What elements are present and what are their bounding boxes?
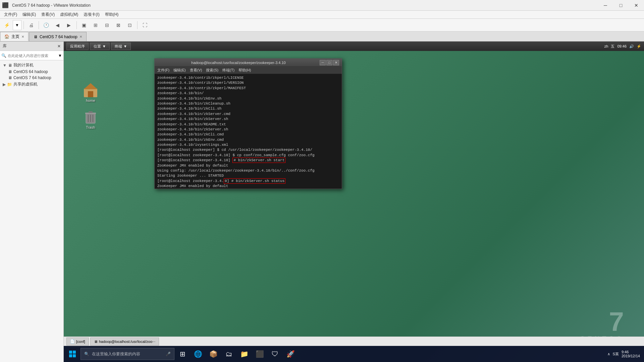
taskbar-systray[interactable]: ∧ [607, 352, 610, 356]
menu-file[interactable]: 文件(F) [1, 11, 20, 18]
taskbar-app2[interactable]: 🗂 [221, 347, 236, 361]
search-dropdown-icon[interactable]: ▼ [58, 53, 62, 58]
terminal-menu-file[interactable]: 文件(F) [157, 68, 169, 73]
computer-icon: 🖥 [8, 63, 12, 68]
svg-rect-11 [69, 354, 72, 357]
tree-vm-1[interactable]: 🖥 CentOS 64 hadoop [0, 69, 63, 75]
toolbar-btn-vm4[interactable]: ⊠ [113, 20, 124, 30]
toolbar-btn-back[interactable]: ◀ [52, 20, 63, 30]
toolbar-btn-vm3[interactable]: ⊟ [102, 20, 112, 30]
home-tab-icon: 🏠 [4, 34, 9, 39]
desktop-icon-trash[interactable]: Trash [77, 109, 104, 129]
terminal-minimize-btn[interactable]: ─ [320, 60, 326, 65]
home-icon-label: home [86, 99, 95, 103]
taskbar-app-terminal[interactable]: 🖥 hadoop@localhost:/usr/local/zoo··· [90, 338, 159, 346]
vm2-icon: 🖥 [8, 75, 12, 80]
trash-icon [83, 109, 99, 125]
terminal-menu-view[interactable]: 查看(V) [190, 68, 202, 73]
sidebar-close[interactable]: ✕ [57, 44, 61, 49]
toolbar-btn-history[interactable]: 🕐 [41, 20, 52, 30]
maximize-button[interactable]: □ [613, 0, 629, 11]
tree-shared[interactable]: ▶ 📁 共享的虚拟机 [0, 81, 63, 88]
taskbar-app4[interactable]: ⬛ [252, 347, 267, 361]
sidebar-search[interactable]: 🔍 ▼ [0, 51, 63, 60]
close-button[interactable]: ✕ [629, 0, 644, 11]
toolbar-btn-fwd[interactable]: ▶ [64, 20, 74, 30]
svg-rect-12 [73, 354, 76, 357]
toolbar-btn-vm1[interactable]: ▣ [79, 20, 90, 30]
taskbar-app1[interactable]: 📦 [206, 347, 221, 361]
centos-volume-icon[interactable]: 🔊 [629, 44, 634, 49]
taskbar-app6[interactable]: 🚀 [283, 347, 298, 361]
svg-rect-5 [89, 111, 93, 113]
toolbar-dropdown[interactable]: ▼ [13, 20, 21, 30]
terminal-highlight-1: # bin/zkServer.sh start [232, 158, 285, 163]
vmware-icon: ⬛ [0, 0, 11, 11]
centos-lang[interactable]: zh [604, 44, 608, 48]
toolbar-btn-vm2[interactable]: ⊞ [90, 20, 101, 30]
tab-home[interactable]: 🏠 主页 ✕ [0, 32, 29, 41]
terminal-menu-edit[interactable]: 编辑(E) [173, 68, 186, 73]
terminal-window[interactable]: hadoop@localhost:/usr/local/zookeeper/zo… [154, 58, 342, 189]
taskbar-mic-icon[interactable]: 🎤 [166, 352, 171, 356]
tab-vm[interactable]: 🖥 CentOS 7 64 hadoop ✕ [29, 32, 87, 41]
centos-location-btn[interactable]: 位置 ▼ [90, 43, 110, 50]
taskbar-task-view[interactable]: ⊞ [175, 347, 190, 361]
taskbar-search-icon: 🔍 [84, 352, 89, 356]
terminal-menu-search[interactable]: 搜索(S) [206, 68, 218, 73]
search-input[interactable] [8, 54, 57, 58]
taskbar-chrome[interactable]: 🌐 [191, 347, 205, 361]
sidebar-tree: ▼ 🖥 我的计算机 🖥 CentOS 64 hadoop 🖥 CentOS 7 … [0, 60, 63, 362]
toolbar-btn-2[interactable]: 🖨 [26, 20, 37, 30]
centos-time: 09:46 [617, 44, 627, 48]
tab-vm-close[interactable]: ✕ [79, 35, 82, 39]
toolbar-btn-fullscreen[interactable]: ⛶ [140, 20, 150, 30]
centos-power-icon[interactable]: ⚡ [637, 44, 641, 49]
centos-apps-btn[interactable]: 应用程序 [66, 43, 89, 50]
centos-terminal-btn[interactable]: 终端 ▼ [111, 43, 131, 50]
tree-my-computer[interactable]: ▼ 🖥 我的计算机 [0, 62, 63, 69]
taskbar-app3[interactable]: 📁 [237, 347, 252, 361]
sidebar: 库 ✕ 🔍 ▼ ▼ 🖥 我的计算机 🖥 CentOS 64 hadoop [0, 42, 64, 362]
terminal-line-12: zookeeper-3.4.10/bin/zkCli.cmd [157, 132, 339, 137]
taskbar-clock: 9:46 2019/12/14 [622, 350, 640, 358]
menu-edit[interactable]: 编辑(E) [20, 11, 39, 18]
taskbar-app-terminal-icon: 🖥 [94, 340, 98, 344]
minimize-button[interactable]: ─ [598, 0, 613, 11]
centos-location-label: 位置 [94, 44, 101, 49]
taskbar-app-conf-icon: 📄 [70, 339, 75, 344]
vmware-menubar: 文件(F) 编辑(E) 查看(V) 虚拟机(M) 选项卡(I) 帮助(H) [0, 11, 644, 19]
taskbar-app-conf[interactable]: 📄 [conf] [66, 338, 89, 346]
taskbar-start-button[interactable] [65, 347, 80, 361]
app-wrapper: ⬛ CentOS 7 64 hadoop - VMware Workstatio… [0, 0, 644, 362]
terminal-maximize-btn[interactable]: □ [326, 60, 332, 65]
terminal-config1: Using config: /usr/local/zookeeper/zooke… [157, 168, 339, 173]
terminal-menu-terminal[interactable]: 终端(T) [222, 68, 234, 73]
vmware-titlebar: ⬛ CentOS 7 64 hadoop - VMware Workstatio… [0, 0, 644, 11]
toolbar-sep-4 [137, 21, 138, 29]
tree-shared-label: 共享的虚拟机 [13, 81, 38, 87]
menu-help[interactable]: 帮助(H) [102, 11, 121, 18]
terminal-menu-help[interactable]: 帮助(H) [238, 68, 251, 73]
tab-vm-label: CentOS 7 64 hadoop [40, 35, 77, 39]
vmware-title: CentOS 7 64 hadoop - VMware Workstation [11, 3, 598, 8]
menu-vm[interactable]: 虚拟机(M) [57, 11, 81, 18]
tab-home-close[interactable]: ✕ [21, 35, 24, 39]
terminal-jmx2: ZooKeeper JMX enabled by default [157, 184, 339, 189]
vm-taskbar-apps: 📄 [conf] 🖥 hadoop@localhost:/usr/local/z… [64, 337, 644, 346]
menu-view[interactable]: 查看(V) [39, 11, 57, 18]
taskbar-app5[interactable]: 🛡 [268, 347, 282, 361]
terminal-close-btn[interactable]: ✕ [333, 60, 339, 65]
taskbar-time: 9:46 [622, 350, 629, 354]
terminal-line-11: zookeeper-3.4.10/bin/zkServer.sh [157, 127, 339, 132]
tree-vm-2[interactable]: 🖥 CentOS 7 64 hadoop [0, 75, 63, 81]
menu-tabs[interactable]: 选项卡(I) [81, 11, 102, 18]
desktop-icon-home[interactable]: home [77, 82, 104, 103]
taskbar-app-conf-label: [conf] [76, 340, 85, 344]
terminal-line-10: zookeeper-3.4.10/bin/README.txt [157, 122, 339, 127]
taskbar-search-box[interactable]: 🔍 在这里输入你要搜索的内容 🎤 [80, 348, 174, 360]
tree-arrow: ▼ [3, 63, 7, 68]
taskbar-input-icon[interactable]: S英 [613, 352, 619, 357]
toolbar-btn-1[interactable]: ⚡ [1, 20, 12, 30]
toolbar-btn-vm5[interactable]: ⊡ [124, 20, 135, 30]
